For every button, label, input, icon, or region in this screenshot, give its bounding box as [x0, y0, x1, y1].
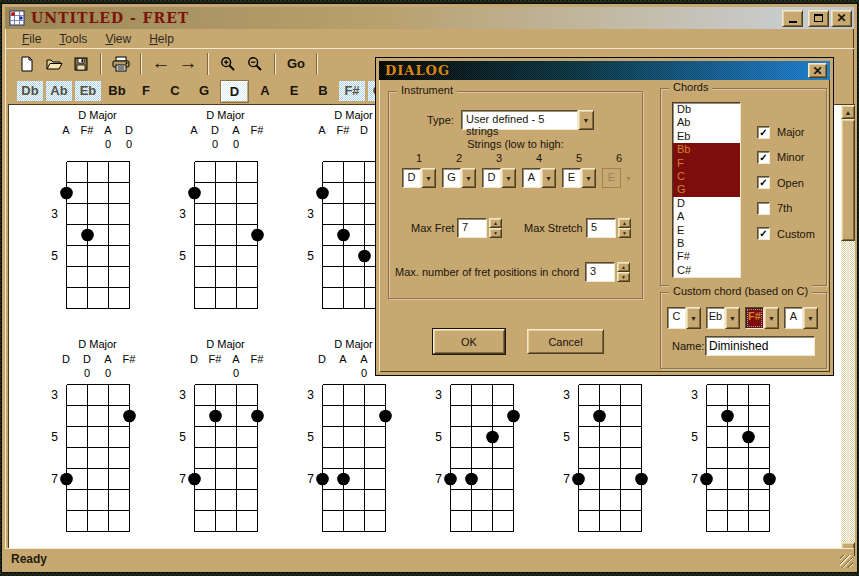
chord-list-item-e[interactable]: E — [673, 224, 740, 237]
menu-item-file[interactable]: File — [13, 30, 50, 48]
custom-name-input[interactable] — [705, 336, 815, 356]
chevron-down-icon[interactable]: ▼ — [461, 168, 476, 188]
chord-list-item-f#[interactable]: F# — [673, 250, 740, 263]
spin-up-icon[interactable]: ▲ — [617, 262, 630, 272]
spin-up-icon[interactable]: ▲ — [489, 218, 502, 228]
string-combo-4[interactable]: A▼ — [522, 168, 556, 188]
checkbox-row-major[interactable]: ✓Major — [757, 125, 805, 139]
string-combo-2[interactable]: G▼ — [442, 168, 476, 188]
max-stretch-value[interactable]: 5 — [586, 218, 616, 238]
chevron-down-icon[interactable]: ▼ — [541, 168, 556, 188]
checkbox-open[interactable]: ✓ — [757, 176, 770, 189]
chord-list-item-c[interactable]: C — [673, 170, 740, 183]
instrument-type-combobox[interactable]: User defined - 5 strings ▼ — [461, 110, 594, 130]
max-fret-value[interactable]: 7 — [457, 218, 487, 238]
tab-b[interactable]: B — [310, 81, 336, 101]
chevron-down-icon[interactable]: ▼ — [725, 307, 740, 329]
back-button[interactable]: ← — [149, 52, 173, 76]
chevron-down-icon[interactable]: ▼ — [803, 307, 818, 329]
menu-item-help[interactable]: Help — [140, 30, 183, 48]
finger-dot — [188, 187, 201, 200]
spin-down-icon[interactable]: ▼ — [618, 228, 631, 238]
chord-list-item-f[interactable]: F — [673, 157, 740, 170]
minimize-button[interactable] — [782, 10, 803, 27]
string-combo-5[interactable]: E▼ — [562, 168, 596, 188]
checkbox-major[interactable]: ✓ — [757, 126, 770, 139]
tab-eb[interactable]: Eb — [75, 81, 101, 101]
max-fret-spinner[interactable]: 7 ▲▼ — [457, 218, 502, 238]
checkbox-7th[interactable] — [757, 202, 770, 215]
max-positions-value[interactable]: 3 — [585, 262, 615, 282]
tab-f#[interactable]: F# — [339, 81, 365, 101]
tab-e[interactable]: E — [281, 81, 307, 101]
chord-list-item-bb[interactable]: Bb — [673, 143, 740, 156]
chord-list-item-a[interactable]: A — [673, 210, 740, 223]
window-title: UNTITLED - FRET — [31, 10, 189, 26]
tab-db[interactable]: Db — [17, 81, 43, 101]
chord-list-item-b[interactable]: B — [673, 237, 740, 250]
string-combo-1[interactable]: D▼ — [402, 168, 436, 188]
chevron-down-icon[interactable]: ▼ — [686, 307, 701, 329]
checkbox-row-minor[interactable]: ✓Minor — [757, 150, 805, 164]
ok-button[interactable]: OK — [433, 329, 505, 354]
go-button[interactable]: Go — [283, 52, 309, 76]
vertical-scrollbar[interactable]: ▲ ▼ — [841, 105, 855, 556]
spin-down-icon[interactable]: ▼ — [489, 228, 502, 238]
chevron-down-icon[interactable]: ▼ — [581, 168, 596, 188]
toolbar-separator — [100, 53, 102, 75]
chevron-down-icon[interactable]: ▼ — [421, 168, 436, 188]
chevron-down-icon[interactable]: ▼ — [501, 168, 516, 188]
maximize-button[interactable] — [808, 10, 829, 27]
custom-note-combo-1[interactable]: C▼ — [667, 307, 701, 329]
print-button[interactable] — [109, 52, 133, 76]
tab-d[interactable]: D — [220, 80, 249, 103]
checkbox-custom[interactable]: ✓ — [757, 227, 770, 240]
chord-list-item-d[interactable]: D — [673, 197, 740, 210]
menu-item-view[interactable]: View — [96, 30, 140, 48]
zoom-in-button[interactable] — [216, 52, 240, 76]
string-combo-3[interactable]: D▼ — [482, 168, 516, 188]
cancel-button[interactable]: Cancel — [527, 329, 604, 354]
zoom-out-button[interactable] — [243, 52, 267, 76]
chevron-down-icon[interactable]: ▼ — [764, 307, 779, 329]
tab-bb[interactable]: Bb — [104, 81, 130, 101]
forward-button[interactable]: → — [176, 52, 200, 76]
chord-list-item-c#[interactable]: C# — [673, 264, 740, 277]
close-button[interactable]: ✕ — [831, 10, 852, 27]
chord-list-item-g[interactable]: G — [673, 183, 740, 196]
checkbox-row-open[interactable]: ✓Open — [757, 176, 804, 190]
tab-ab[interactable]: Ab — [46, 81, 72, 101]
tab-a[interactable]: A — [252, 81, 278, 101]
tab-g[interactable]: G — [191, 81, 217, 101]
chevron-down-icon: ▼ — [621, 168, 636, 188]
string-note-label: A — [333, 353, 353, 365]
chevron-down-icon[interactable]: ▼ — [578, 110, 594, 130]
max-stretch-spinner[interactable]: 5 ▲▼ — [586, 218, 631, 238]
checkbox-row-7th[interactable]: 7th — [757, 201, 792, 215]
chord-list-item-eb[interactable]: Eb — [673, 130, 740, 143]
custom-note-combo-4[interactable]: A▼ — [784, 307, 818, 329]
dialog-close-button[interactable]: ✕ — [808, 63, 827, 78]
max-positions-spinner[interactable]: 3 ▲▼ — [585, 262, 630, 282]
custom-note-value: A — [784, 307, 803, 329]
open-file-button[interactable] — [42, 52, 66, 76]
spin-down-icon[interactable]: ▼ — [617, 272, 630, 282]
custom-note-value: C — [667, 307, 686, 329]
custom-note-combo-3[interactable]: F#▼ — [745, 307, 779, 329]
chord-list-item-ab[interactable]: Ab — [673, 116, 740, 129]
tab-f[interactable]: F — [133, 81, 159, 101]
chord-list-item-db[interactable]: Db — [673, 103, 740, 116]
scrollbar-thumb[interactable] — [841, 119, 855, 241]
custom-note-combo-2[interactable]: Eb▼ — [706, 307, 740, 329]
resize-grip[interactable] — [840, 555, 853, 568]
checkbox-row-custom[interactable]: ✓Custom — [757, 227, 815, 241]
chords-listbox[interactable]: DbAbEbBbFCGDAEBF#C# — [672, 102, 741, 278]
checkbox-minor[interactable]: ✓ — [757, 151, 770, 164]
new-file-icon — [19, 56, 35, 72]
menu-item-tools[interactable]: Tools — [50, 30, 96, 48]
save-button[interactable] — [69, 52, 93, 76]
scroll-up-button[interactable]: ▲ — [841, 105, 855, 119]
new-file-button[interactable] — [15, 52, 39, 76]
spin-up-icon[interactable]: ▲ — [618, 218, 631, 228]
tab-c[interactable]: C — [162, 81, 188, 101]
